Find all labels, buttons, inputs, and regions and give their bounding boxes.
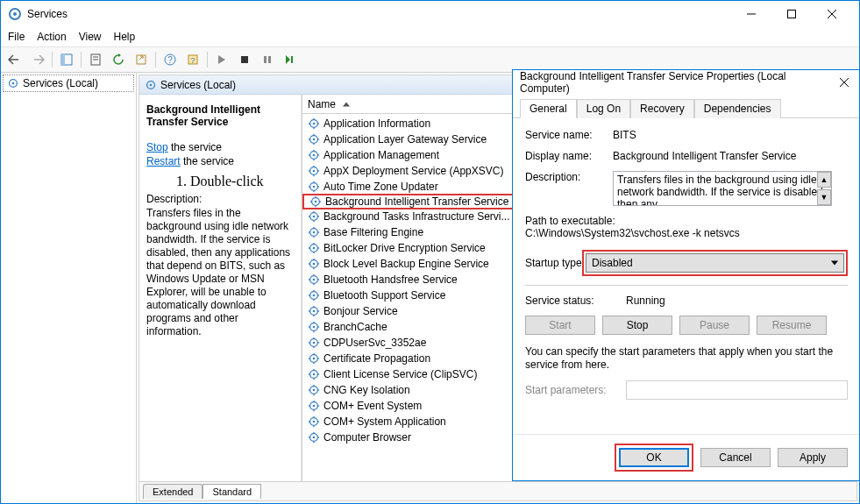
service-name: Background Tasks Infrastructure Servi... — [323, 210, 510, 223]
startup-type-label: Startup type: — [525, 257, 586, 269]
column-name[interactable]: Name — [308, 98, 353, 110]
scroll-down-button[interactable]: ▼ — [817, 189, 831, 205]
service-name-value: BITS — [613, 129, 848, 141]
service-name: Client License Service (ClipSVC) — [323, 368, 477, 380]
ok-button[interactable]: OK — [619, 448, 689, 467]
gear-icon — [308, 181, 320, 193]
menu-view[interactable]: View — [79, 31, 102, 43]
service-name: COM+ System Application — [323, 415, 446, 428]
svg-rect-7 — [61, 54, 65, 65]
dialog-close-button[interactable] — [835, 74, 853, 91]
maximize-button[interactable] — [771, 1, 812, 27]
svg-point-1 — [13, 12, 17, 16]
pause-button[interactable]: Pause — [679, 316, 750, 335]
gear-icon — [308, 242, 320, 254]
start-params-label: Start parameters: — [525, 384, 612, 396]
tab-logon[interactable]: Log On — [577, 99, 630, 118]
svg-point-55 — [315, 201, 317, 203]
forward-button[interactable] — [27, 49, 48, 70]
svg-rect-17 — [264, 56, 267, 63]
apply-button[interactable]: Apply — [778, 448, 848, 467]
service-name: Base Filtering Engine — [323, 226, 423, 238]
resume-button[interactable]: Resume — [757, 316, 827, 335]
gear-icon — [308, 337, 320, 349]
svg-point-139 — [313, 421, 316, 423]
show-hide-tree-button[interactable] — [56, 49, 77, 70]
menu-file[interactable]: File — [8, 31, 25, 43]
description-panel: Background Intelligent Transfer Service … — [139, 95, 302, 481]
back-button[interactable] — [4, 49, 25, 70]
svg-point-103 — [313, 326, 316, 329]
service-name: Block Level Backup Engine Service — [323, 258, 489, 270]
dialog-title-bar: Background Intelligent Transfer Service … — [513, 70, 860, 95]
tab-dependencies[interactable]: Dependencies — [694, 99, 781, 118]
help-button[interactable]: ? — [160, 49, 181, 70]
svg-point-31 — [313, 138, 316, 141]
cancel-button[interactable]: Cancel — [700, 448, 771, 467]
gear-icon — [308, 352, 320, 365]
help-button-2[interactable]: ? — [182, 49, 203, 70]
service-name: Auto Time Zone Updater — [323, 181, 438, 193]
svg-point-49 — [313, 186, 316, 188]
menu-action[interactable]: Action — [37, 31, 66, 43]
close-button[interactable] — [812, 1, 852, 27]
tab-general[interactable]: General — [520, 99, 577, 118]
services-icon — [7, 77, 19, 89]
startup-type-select[interactable]: Disabled — [586, 253, 844, 273]
selected-service-title: Background Intelligent Transfer Service — [146, 103, 294, 128]
gear-icon — [308, 415, 320, 428]
service-name: Bluetooth Handsfree Service — [323, 273, 458, 286]
svg-point-97 — [313, 310, 316, 313]
service-name: CNG Key Isolation — [323, 384, 410, 396]
svg-rect-18 — [268, 56, 271, 63]
svg-point-23 — [150, 83, 153, 86]
console-tree: Services (Local) — [1, 73, 137, 503]
start-service-button[interactable] — [211, 49, 232, 70]
gear-icon — [308, 117, 320, 130]
restart-link[interactable]: Restart — [146, 155, 181, 167]
start-button[interactable]: Start — [525, 316, 595, 335]
export-button[interactable] — [131, 49, 152, 70]
window-title: Services — [27, 8, 731, 20]
stop-service-button[interactable] — [234, 49, 255, 70]
svg-point-127 — [313, 389, 316, 392]
startup-type-value: Disabled — [592, 257, 633, 269]
menu-help[interactable]: Help — [114, 31, 136, 43]
dialog-title: Background Intelligent Transfer Service … — [520, 70, 835, 95]
stop-button[interactable]: Stop — [602, 316, 672, 335]
svg-rect-3 — [788, 11, 796, 18]
description-label: Description: — [525, 171, 613, 206]
svg-rect-16 — [241, 56, 248, 63]
gear-icon — [308, 273, 320, 286]
restart-service-button[interactable] — [280, 49, 301, 70]
pause-service-button[interactable] — [257, 49, 278, 70]
title-bar: Services — [1, 1, 859, 27]
gear-icon — [309, 195, 322, 208]
svg-point-43 — [313, 170, 316, 173]
tab-standard[interactable]: Standard — [203, 484, 261, 499]
svg-point-61 — [313, 216, 316, 218]
service-name: Bonjour Service — [323, 305, 398, 317]
service-name: Bluetooth Support Service — [323, 289, 445, 302]
service-name: COM+ Event System — [323, 400, 422, 412]
service-name: BranchCache — [323, 321, 387, 333]
service-name: Application Information — [323, 117, 430, 130]
service-name: BitLocker Drive Encryption Service — [323, 242, 486, 254]
gear-icon — [308, 258, 320, 270]
tab-recovery[interactable]: Recovery — [630, 99, 694, 118]
description-textbox[interactable]: Transfers files in the background using … — [613, 171, 832, 206]
service-name: CDPUserSvc_3352ae — [323, 337, 426, 349]
properties-button[interactable] — [85, 49, 106, 70]
minimize-button[interactable] — [731, 1, 771, 27]
refresh-button[interactable] — [108, 49, 129, 70]
stop-link[interactable]: Stop — [146, 141, 168, 153]
tab-extended[interactable]: Extended — [143, 484, 203, 499]
pane-header-label: Services (Local) — [160, 79, 236, 91]
path-value: C:\Windows\System32\svchost.exe -k netsv… — [525, 227, 848, 239]
gear-icon — [308, 305, 320, 317]
scroll-up-button[interactable]: ▲ — [817, 172, 831, 188]
description-text: Transfers files in the background using … — [146, 207, 294, 338]
svg-point-133 — [313, 405, 316, 408]
service-status-label: Service status: — [525, 295, 626, 307]
tree-root-services[interactable]: Services (Local) — [3, 75, 134, 92]
